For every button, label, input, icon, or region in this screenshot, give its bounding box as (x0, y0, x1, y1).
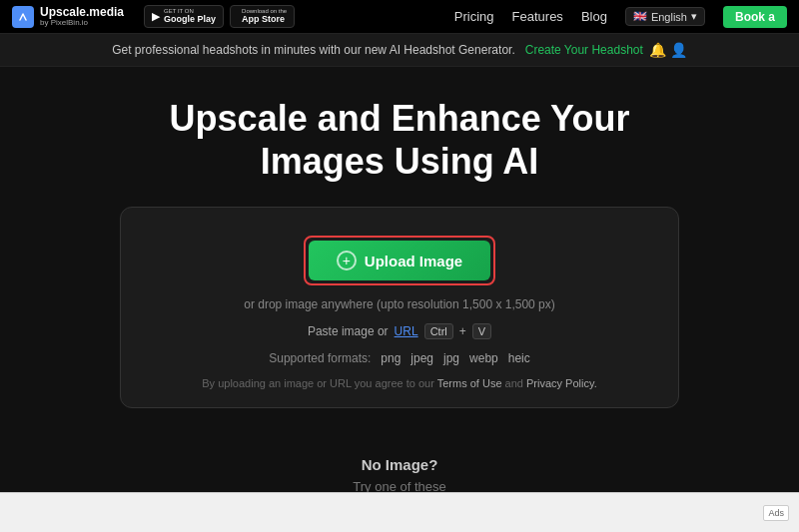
terms-link[interactable]: Terms of Use (437, 377, 502, 389)
language-selector[interactable]: 🇬🇧 English ▾ (625, 7, 705, 26)
formats-row: Supported formats: png jpeg jpg webp hei… (269, 351, 530, 365)
terms-row: By uploading an image or URL you agree t… (202, 377, 596, 389)
drop-text: or drop image anywhere (upto resolution … (244, 297, 555, 311)
upload-button[interactable]: + Upload Image (309, 241, 490, 280)
navbar: Upscale.media by PixelBin.io ▶ GET IT ON… (0, 0, 799, 34)
paste-row: Paste image or URL Ctrl + V (308, 323, 491, 339)
nav-link-blog[interactable]: Blog (581, 9, 607, 24)
announcement-text: Get professional headshots in minutes wi… (112, 43, 515, 57)
format-jpg: jpg (443, 351, 459, 365)
flag-icon: 🇬🇧 (633, 10, 647, 23)
logo-text: Upscale.media by PixelBin.io (40, 6, 124, 28)
format-heic: heic (508, 351, 530, 365)
store-buttons: ▶ GET IT ON Google Play Download on the … (144, 5, 295, 27)
privacy-link[interactable]: Privacy Policy. (526, 377, 597, 389)
nav-links: Pricing Features Blog 🇬🇧 English ▾ Book … (454, 6, 787, 28)
logo-icon (12, 6, 34, 28)
user-icon: 👤 (670, 42, 687, 58)
app-store-button[interactable]: Download on the App Store (230, 5, 295, 27)
hero-title: Upscale and Enhance Your Images Using AI (20, 97, 779, 183)
format-webp: webp (469, 351, 498, 365)
ad-label: Ads (763, 505, 789, 521)
chevron-down-icon: ▾ (691, 10, 697, 23)
v-key: V (472, 323, 491, 339)
language-label: English (651, 11, 687, 23)
plus-icon: + (337, 251, 357, 270)
book-button[interactable]: Book a (723, 6, 787, 28)
announcement-bar: Get professional headshots in minutes wi… (0, 34, 799, 67)
announcement-icons: 🔔 👤 (649, 42, 687, 58)
format-jpeg: jpeg (410, 351, 433, 365)
nav-link-features[interactable]: Features (512, 9, 563, 24)
logo[interactable]: Upscale.media by PixelBin.io (12, 6, 124, 28)
format-png: png (381, 351, 400, 365)
ad-banner: Ads (0, 492, 799, 532)
nav-link-pricing[interactable]: Pricing (454, 9, 494, 24)
bell-icon: 🔔 (649, 42, 666, 58)
google-play-button[interactable]: ▶ GET IT ON Google Play (144, 5, 224, 27)
paste-url-link[interactable]: URL (395, 324, 418, 338)
upload-button-wrapper: + Upload Image (304, 236, 495, 285)
no-image-title: No Image? (20, 456, 779, 473)
announcement-link[interactable]: Create Your Headshot (525, 43, 643, 57)
google-play-icon: ▶ (152, 10, 160, 23)
upload-box: + Upload Image or drop image anywhere (u… (120, 207, 679, 408)
hero-section: Upscale and Enhance Your Images Using AI… (0, 67, 799, 428)
svg-rect-0 (16, 10, 30, 24)
ctrl-key: Ctrl (424, 323, 453, 339)
